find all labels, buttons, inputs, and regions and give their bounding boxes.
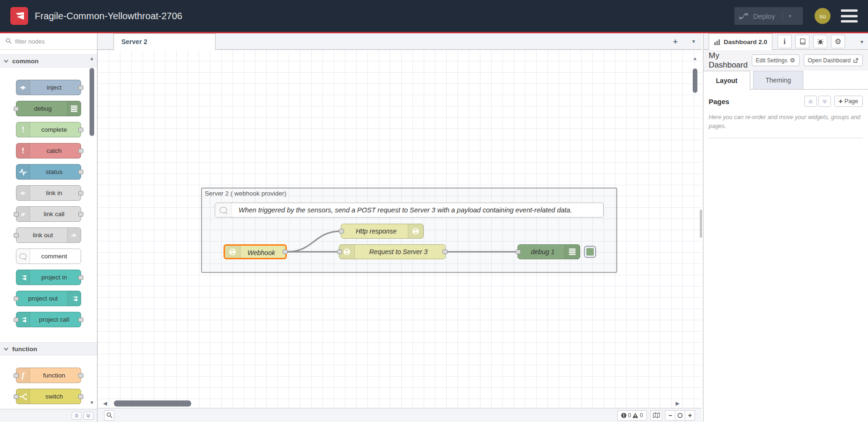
flow-tab-server-2[interactable]: Server 2 — [113, 33, 216, 50]
palette-node-status[interactable]: status — [16, 164, 81, 180]
user-avatar[interactable]: su — [815, 8, 831, 24]
node-request-to-server-3[interactable]: Request to Server 3 — [339, 244, 446, 259]
canvas-horizontal-scrollbar[interactable]: ◀ ▶ — [97, 399, 702, 407]
flow-canvas[interactable]: Server 2 ( webhook provider) When trigge… — [97, 50, 702, 408]
palette-node-label: link out — [19, 228, 67, 242]
palette-node-catch[interactable]: ! catch — [16, 143, 81, 158]
palette-node-complete[interactable]: ! complete — [16, 122, 81, 137]
debug-enable-toggle[interactable] — [584, 246, 596, 258]
palette-node-switch[interactable]: switch — [16, 389, 81, 404]
collapse-categories-button[interactable] — [72, 412, 82, 420]
deploy-separator — [783, 10, 783, 22]
input-port[interactable] — [339, 229, 344, 234]
scroll-up-arrow[interactable]: ▲ — [88, 55, 96, 62]
scroll-left-arrow[interactable]: ◀ — [103, 400, 107, 407]
scroll-right-arrow[interactable]: ▶ — [676, 400, 680, 407]
category-label: common — [12, 58, 38, 65]
flow-list-caret-icon[interactable]: ▼ — [691, 39, 696, 44]
input-port — [14, 212, 19, 217]
palette-node-function[interactable]: f function — [16, 368, 81, 383]
canvas-vscroll-thumb[interactable] — [693, 68, 697, 93]
alert-icon: ! — [16, 143, 30, 158]
palette-node-link-out[interactable]: link out — [16, 227, 81, 243]
palette-search[interactable] — [0, 33, 97, 50]
scroll-down-arrow[interactable]: ▼ — [88, 399, 96, 406]
palette-node-label: project out — [19, 291, 67, 306]
deploy-button[interactable]: Deploy ▼ — [734, 7, 803, 25]
node-debug-1[interactable]: debug 1 — [517, 244, 580, 259]
output-port[interactable] — [442, 249, 448, 254]
comment-bubble-icon — [215, 203, 232, 217]
map-icon — [653, 412, 660, 418]
workspace-footer: 0 0 − — [97, 408, 702, 422]
comment-node[interactable]: When triggered by the sensors, send a PO… — [215, 203, 604, 218]
input-port — [14, 394, 19, 399]
help-tab-button[interactable] — [795, 35, 809, 48]
pages-section: Pages + Page Here you can re-order and m… — [703, 90, 868, 138]
tab-theming[interactable]: Theming — [753, 71, 803, 89]
zoom-reset-button[interactable] — [675, 410, 685, 421]
tab-layout[interactable]: Layout — [703, 71, 750, 90]
move-page-up-button[interactable] — [804, 96, 817, 107]
info-tab-button[interactable]: i — [778, 35, 792, 48]
palette-node-link-in[interactable]: link in — [16, 185, 81, 201]
canvas-vertical-scrollbar[interactable]: ▲ — [691, 50, 699, 190]
search-flows-button[interactable] — [104, 410, 114, 421]
palette-node-inject[interactable]: inject — [16, 80, 81, 95]
palette-node-debug[interactable]: debug — [16, 101, 81, 116]
zoom-out-button[interactable]: − — [665, 410, 675, 421]
open-dashboard-button[interactable]: Open Dashboard — [804, 54, 863, 66]
palette-node-label: catch — [30, 143, 78, 158]
node-label: Webhook — [241, 246, 282, 260]
canvas-hscroll-thumb[interactable] — [114, 400, 191, 407]
palette-node-comment[interactable]: comment — [16, 249, 81, 264]
node-http-response[interactable]: Http response — [341, 224, 424, 239]
palette-node-link-call[interactable]: link call — [16, 206, 81, 222]
add-page-button[interactable]: + Page — [834, 96, 863, 107]
bar-chart-icon — [714, 39, 721, 45]
navigator-button[interactable] — [650, 410, 662, 421]
input-port[interactable] — [516, 249, 521, 254]
logo-icon — [13, 10, 25, 22]
search-icon — [106, 412, 112, 418]
deploy-label: Deploy — [753, 12, 775, 20]
main-menu-button[interactable] — [841, 9, 858, 23]
errors-warnings-badge[interactable]: 0 0 — [617, 410, 647, 421]
section-divider — [709, 138, 863, 138]
output-port — [78, 212, 83, 217]
palette-node-project-call[interactable]: project call — [16, 312, 81, 327]
input-port[interactable] — [337, 249, 342, 254]
category-common[interactable]: common — [0, 54, 97, 68]
info-icon: i — [784, 38, 786, 46]
sidebar-scrollbar-thumb[interactable] — [700, 210, 702, 238]
scroll-up-arrow[interactable]: ▲ — [691, 55, 699, 62]
status-pulse-icon — [16, 165, 30, 179]
output-port — [78, 275, 83, 280]
alert-icon: ! — [16, 122, 30, 137]
sidebar-tabs-caret-icon[interactable]: ▼ — [860, 39, 864, 45]
filter-nodes-input[interactable] — [14, 35, 84, 47]
category-function[interactable]: function — [0, 342, 97, 355]
palette-scrollbar[interactable]: ▲ ▼ — [88, 33, 96, 409]
palette-node-label: complete — [30, 122, 78, 137]
node-webhook[interactable]: Webhook — [224, 244, 287, 259]
add-page-label: Page — [845, 98, 858, 105]
edit-settings-button[interactable]: Edit Settings ⚙ — [752, 54, 800, 66]
move-page-down-button[interactable] — [818, 96, 831, 107]
debug-tab-button[interactable] — [813, 35, 827, 48]
bug-icon — [817, 38, 824, 45]
tab-dashboard-2[interactable]: Dashboard 2.0 — [709, 33, 772, 50]
palette-scrollbar-thumb[interactable] — [90, 68, 94, 136]
deploy-caret-icon[interactable]: ▼ — [788, 14, 793, 19]
add-flow-button[interactable]: + — [670, 37, 681, 47]
debug-icon — [67, 101, 81, 116]
palette-node-project-in[interactable]: project in — [16, 270, 81, 285]
sidebar-tab-label: Dashboard 2.0 — [724, 38, 767, 45]
output-port[interactable] — [283, 249, 288, 254]
config-tab-button[interactable]: ⚙ — [831, 35, 845, 48]
debug-icon — [564, 245, 580, 259]
zoom-in-button[interactable]: + — [685, 410, 695, 421]
palette-node-project-out[interactable]: project out — [16, 291, 81, 306]
expand-categories-button[interactable] — [83, 412, 93, 420]
node-label: debug 1 — [522, 245, 564, 259]
